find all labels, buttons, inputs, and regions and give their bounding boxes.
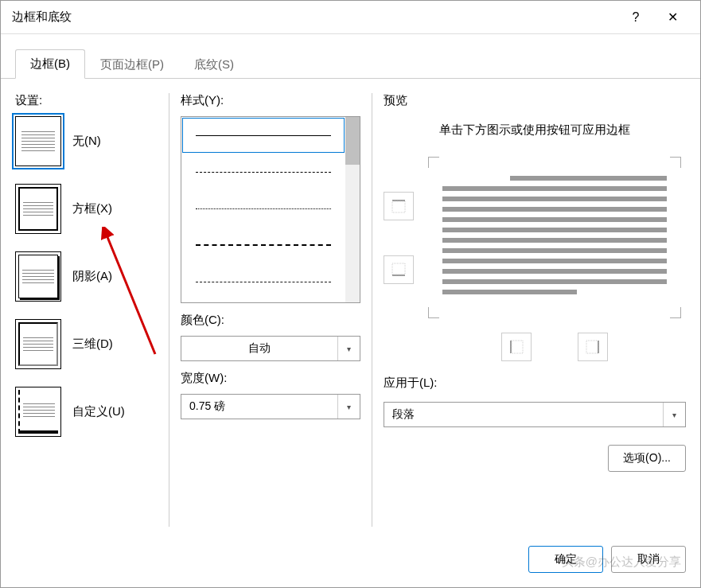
setting-box-icon xyxy=(15,184,61,234)
style-dashed[interactable] xyxy=(181,227,345,263)
help-button[interactable]: ? xyxy=(617,5,654,30)
borders-shading-dialog: 边框和底纹 ? ✕ 边框(B) 页面边框(P) 底纹(S) 设置: xyxy=(0,0,701,588)
chevron-down-icon: ▾ xyxy=(337,337,360,360)
dialog-footer: 确定 取消 头条@办公达人爱分享 xyxy=(1,536,700,587)
style-solid[interactable] xyxy=(181,117,345,154)
setting-none-label: 无(N) xyxy=(72,134,101,149)
style-dotted[interactable] xyxy=(181,190,345,227)
preview-hint: 单击下方图示或使用按钮可应用边框 xyxy=(384,123,686,138)
setting-custom-label: 自定义(U) xyxy=(72,404,125,419)
setting-shadow-label: 阴影(A) xyxy=(72,269,112,284)
preview-canvas[interactable] xyxy=(423,152,686,323)
tab-row: 边框(B) 页面边框(P) 底纹(S) xyxy=(1,49,700,79)
chevron-down-icon: ▾ xyxy=(663,403,685,426)
setting-3d-label: 三维(D) xyxy=(72,337,113,352)
titlebar: 边框和底纹 ? ✕ xyxy=(1,1,700,34)
settings-column: 设置: 无(N) xyxy=(15,93,159,527)
width-label: 宽度(W): xyxy=(181,371,362,386)
preview-text-lines xyxy=(442,174,667,294)
style-listbox[interactable] xyxy=(181,116,360,303)
apply-label: 应用于(L): xyxy=(384,376,686,391)
setting-custom[interactable]: 自定义(U) xyxy=(15,387,159,437)
style-column: 样式(Y): 颜色(C): 自动 ▾ xyxy=(169,93,362,527)
style-dash-dot[interactable] xyxy=(181,263,345,300)
style-scrollbar[interactable] xyxy=(345,117,360,302)
preview-column: 预览 单击下方图示或使用按钮可应用边框 xyxy=(372,93,686,527)
color-label: 颜色(C): xyxy=(181,313,362,328)
setting-box[interactable]: 方框(X) xyxy=(15,184,159,234)
tab-border[interactable]: 边框(B) xyxy=(15,49,85,79)
dialog-title: 边框和底纹 xyxy=(12,10,617,25)
border-left-button[interactable] xyxy=(501,333,532,361)
border-right-button[interactable] xyxy=(578,333,608,361)
svg-rect-7 xyxy=(512,341,523,353)
width-combo[interactable]: 0.75 磅 ▾ xyxy=(181,394,360,419)
border-top-button[interactable] xyxy=(384,192,414,220)
tab-page-border[interactable]: 页面边框(P) xyxy=(85,50,179,79)
border-right-icon xyxy=(585,339,601,355)
border-bottom-button[interactable] xyxy=(384,255,414,284)
style-label: 样式(Y): xyxy=(181,93,362,108)
preview-label: 预览 xyxy=(384,93,686,108)
svg-rect-5 xyxy=(392,263,405,275)
setting-none[interactable]: 无(N) xyxy=(15,116,159,166)
border-left-icon xyxy=(508,339,524,355)
dialog-body: 设置: 无(N) xyxy=(1,79,700,536)
width-value: 0.75 磅 xyxy=(181,399,337,414)
apply-combo[interactable]: 段落 ▾ xyxy=(384,402,686,427)
setting-shadow[interactable]: 阴影(A) xyxy=(15,251,159,302)
color-value: 自动 xyxy=(181,341,337,356)
setting-none-icon xyxy=(15,116,61,166)
setting-box-label: 方框(X) xyxy=(72,201,112,216)
tab-shading[interactable]: 底纹(S) xyxy=(179,50,249,79)
setting-3d-icon xyxy=(15,319,61,369)
svg-rect-9 xyxy=(586,341,598,353)
setting-custom-icon xyxy=(15,387,61,437)
ok-button[interactable]: 确定 xyxy=(528,546,603,573)
chevron-down-icon: ▾ xyxy=(337,395,360,419)
color-combo[interactable]: 自动 ▾ xyxy=(181,336,360,361)
setting-3d[interactable]: 三维(D) xyxy=(15,319,159,369)
close-button[interactable]: ✕ xyxy=(654,5,691,30)
cancel-button[interactable]: 取消 xyxy=(611,546,686,573)
style-dashed-long[interactable] xyxy=(181,154,345,190)
settings-label: 设置: xyxy=(15,93,159,108)
options-button[interactable]: 选项(O)... xyxy=(608,445,686,472)
border-top-icon xyxy=(391,198,407,214)
apply-value: 段落 xyxy=(384,407,663,422)
scrollbar-thumb[interactable] xyxy=(345,117,360,165)
svg-rect-3 xyxy=(392,201,405,212)
border-bottom-icon xyxy=(391,262,407,278)
setting-shadow-icon xyxy=(15,251,61,302)
